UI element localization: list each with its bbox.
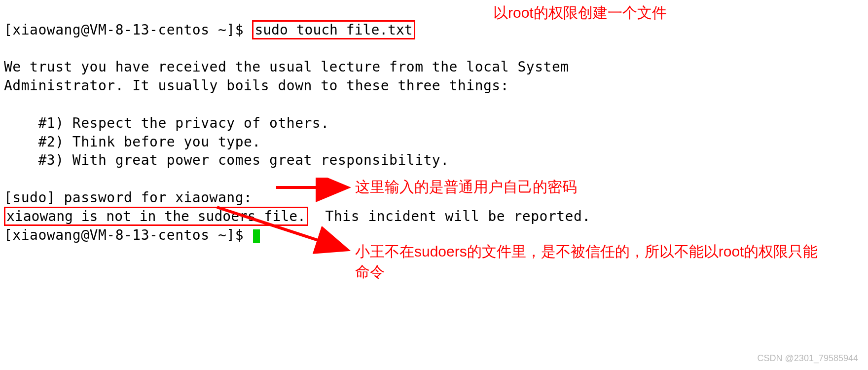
arrow-icon: [212, 202, 355, 261]
annotation-root-create-file: 以root的权限创建一个文件: [493, 3, 667, 23]
watermark: CSDN @2301_79585944: [758, 352, 858, 364]
sudo-rule-3: #3) With great power comes great respons…: [4, 152, 449, 168]
sudo-lecture-line-1: We trust you have received the usual lec…: [4, 59, 569, 75]
svg-line-1: [217, 207, 345, 249]
shell-prompt-1: [xiaowang@VM-8-13-centos ~]$: [4, 22, 252, 38]
arrow-icon: [274, 178, 353, 202]
entered-command: sudo touch file.txt: [252, 20, 415, 39]
sudo-lecture-line-2: Administrator. It usually boils down to …: [4, 77, 509, 94]
sudo-rule-1: #1) Respect the privacy of others.: [4, 115, 329, 131]
sudo-rule-2: #2) Think before you type.: [4, 134, 261, 150]
annotation-sudoers-note: 小王不在sudoers的文件里，是不被信任的，所以不能以root的权限只能命令: [355, 242, 829, 282]
annotation-password-note: 这里输入的是普通用户自己的密码: [355, 177, 577, 197]
